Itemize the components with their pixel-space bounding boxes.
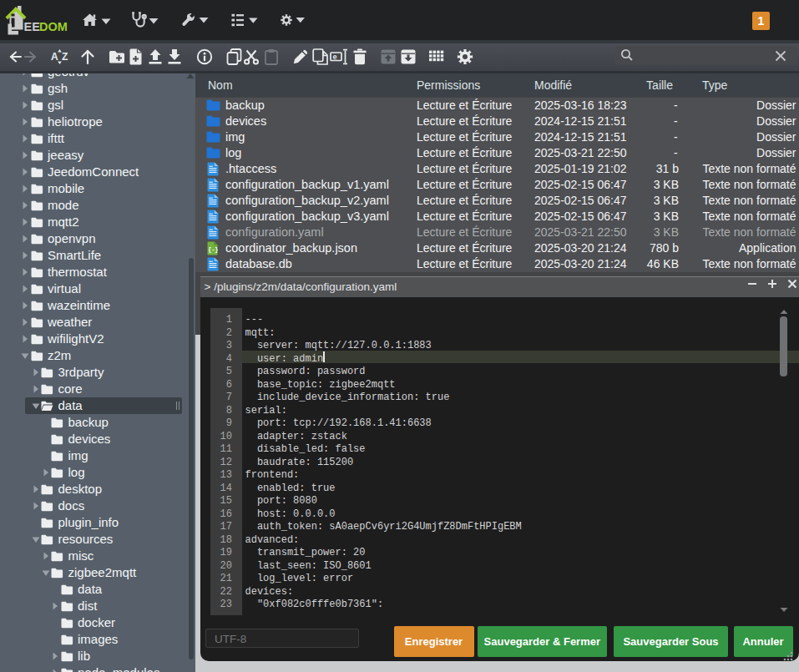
svg-text:{-}: {-} [208,246,218,253]
svg-text:EE: EE [24,20,41,33]
svg-text:DOM: DOM [39,20,68,33]
svg-text:A: A [51,51,58,63]
svg-text:e: e [333,52,337,60]
svg-text:Z: Z [62,51,68,63]
